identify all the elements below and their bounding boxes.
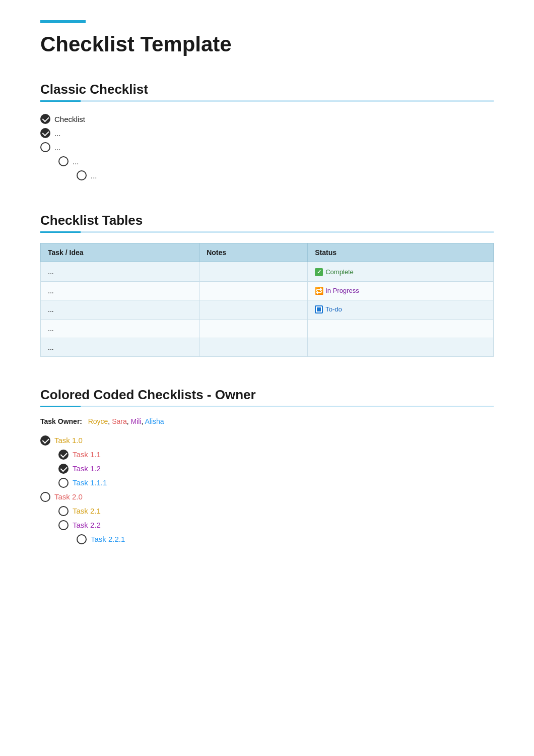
list-item: Task 2.2.1 xyxy=(77,532,494,546)
checklist-tables-divider xyxy=(40,231,494,233)
todo-icon xyxy=(315,305,323,313)
owner-mili: Mili xyxy=(131,417,142,425)
task-label: Task 2.1 xyxy=(73,507,101,515)
check-icon-checked[interactable] xyxy=(58,450,69,460)
status-badge-todo: To-do xyxy=(315,305,342,313)
task-label: Task 1.1.1 xyxy=(73,478,107,487)
checklist-item-label: ... xyxy=(54,143,61,152)
list-item: Task 1.2 xyxy=(58,462,494,476)
table-row: ... xyxy=(41,319,494,338)
notes-cell xyxy=(199,300,308,319)
check-icon-checked[interactable] xyxy=(40,128,50,138)
owner-sara: Sara xyxy=(112,417,127,425)
task-owner-line: Task Owner: Royce, Sara, Mili, Alisha xyxy=(40,417,494,425)
checklist-item-label: ... xyxy=(91,171,97,180)
colored-checklist-divider xyxy=(40,406,494,407)
task-owner-label: Task Owner: xyxy=(40,417,82,425)
task-cell: ... xyxy=(41,281,199,300)
check-icon-unchecked[interactable] xyxy=(40,142,50,152)
list-item: ... xyxy=(40,126,494,140)
task-cell: ... xyxy=(41,262,199,282)
page-title: Checklist Template xyxy=(40,32,494,56)
list-item: Task 2.2 xyxy=(58,518,494,532)
task-label: Task 2.2.1 xyxy=(91,535,125,543)
notes-cell xyxy=(199,338,308,356)
task-cell: ... xyxy=(41,319,199,338)
colored-checklist-list: Task 1.0 Task 1.1 Task 1.2 Task 1.1.1 Ta… xyxy=(40,433,494,546)
status-cell: Complete xyxy=(308,262,494,282)
check-icon-unchecked[interactable] xyxy=(77,170,87,180)
classic-checklist-section: Classic Checklist Checklist ... ... ... … xyxy=(40,82,494,182)
list-item: ... xyxy=(40,140,494,154)
table-row: ... 🔁 In Progress xyxy=(41,281,494,300)
list-item: Checklist xyxy=(40,112,494,126)
col-header-status: Status xyxy=(308,243,494,262)
check-icon-unchecked[interactable] xyxy=(58,520,69,530)
check-icon-checked[interactable] xyxy=(40,435,50,446)
status-badge-complete: Complete xyxy=(315,268,354,276)
task-cell: ... xyxy=(41,300,199,319)
status-badge-inprogress: 🔁 In Progress xyxy=(315,287,359,295)
check-icon-unchecked[interactable] xyxy=(58,156,69,166)
list-item: Task 2.0 xyxy=(40,490,494,504)
classic-checklist-header: Classic Checklist xyxy=(40,82,494,102)
table-row: ... Complete xyxy=(41,262,494,282)
status-label: Complete xyxy=(325,268,354,276)
colored-checklist-title: Colored Coded Checklists - Owner xyxy=(40,387,494,403)
top-accent-bar xyxy=(40,20,86,23)
task-cell: ... xyxy=(41,338,199,356)
col-header-task: Task / Idea xyxy=(41,243,199,262)
status-cell: 🔁 In Progress xyxy=(308,281,494,300)
col-header-notes: Notes xyxy=(199,243,308,262)
checklist-item-label: Checklist xyxy=(54,115,85,123)
status-cell: To-do xyxy=(308,300,494,319)
task-label: Task 2.2 xyxy=(73,521,101,529)
table-row: ... xyxy=(41,338,494,356)
check-icon-unchecked[interactable] xyxy=(58,506,69,516)
check-icon-unchecked[interactable] xyxy=(58,478,69,488)
check-icon-checked[interactable] xyxy=(58,464,69,474)
task-label: Task 1.1 xyxy=(73,450,101,459)
classic-checklist-list: Checklist ... ... ... ... xyxy=(40,112,494,182)
list-item: Task 1.1.1 xyxy=(58,476,494,490)
owner-alisha: Alisha xyxy=(145,417,164,425)
check-icon-unchecked[interactable] xyxy=(40,492,50,502)
notes-cell xyxy=(199,319,308,338)
status-label: In Progress xyxy=(325,287,359,294)
colored-checklist-section: Colored Coded Checklists - Owner Task Ow… xyxy=(40,387,494,546)
inprogress-icon: 🔁 xyxy=(315,287,323,295)
classic-checklist-title: Classic Checklist xyxy=(40,82,494,97)
status-cell xyxy=(308,338,494,356)
table-header-row: Task / Idea Notes Status xyxy=(41,243,494,262)
checklist-item-label: ... xyxy=(73,157,79,166)
task-label: Task 1.0 xyxy=(54,436,83,445)
notes-cell xyxy=(199,262,308,282)
list-item: Task 1.0 xyxy=(40,433,494,448)
table-row: ... To-do xyxy=(41,300,494,319)
checklist-item-label: ... xyxy=(54,129,61,138)
list-item: ... xyxy=(77,168,494,182)
list-item: Task 1.1 xyxy=(58,448,494,462)
owner-royce: Royce xyxy=(88,417,108,425)
checklist-table: Task / Idea Notes Status ... Complete ..… xyxy=(40,243,494,357)
colored-checklist-header: Colored Coded Checklists - Owner xyxy=(40,387,494,407)
task-label: Task 2.0 xyxy=(54,492,83,501)
status-cell xyxy=(308,319,494,338)
status-label: To-do xyxy=(325,305,342,313)
checklist-tables-header: Checklist Tables xyxy=(40,213,494,233)
checklist-tables-title: Checklist Tables xyxy=(40,213,494,228)
check-icon-checked[interactable] xyxy=(40,114,50,124)
classic-checklist-divider xyxy=(40,100,494,102)
check-icon-unchecked[interactable] xyxy=(77,534,87,544)
notes-cell xyxy=(199,281,308,300)
list-item: ... xyxy=(58,154,494,168)
list-item: Task 2.1 xyxy=(58,504,494,518)
task-label: Task 1.2 xyxy=(73,464,101,473)
complete-icon xyxy=(315,268,323,276)
checklist-tables-section: Checklist Tables Task / Idea Notes Statu… xyxy=(40,213,494,357)
